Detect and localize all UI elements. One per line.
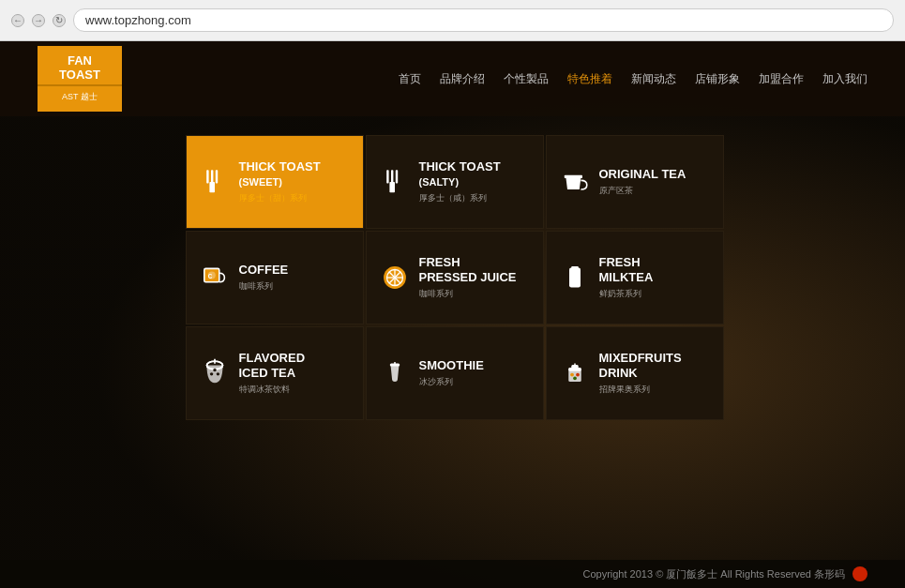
address-bar[interactable]: www.topzhong.com <box>73 8 894 32</box>
cell-content: FLAVOREDICED TEA 特调冰茶饮料 <box>239 351 306 395</box>
weibo-icon[interactable] <box>852 566 867 581</box>
svg-point-36 <box>573 376 577 380</box>
logo-divider <box>38 84 122 86</box>
svg-rect-3 <box>209 182 215 192</box>
coffee-icon: C <box>198 261 232 294</box>
site-header: FANTOAST AST 越士 首页 品牌介绍 个性製品 特色推着 新闻动态 店… <box>0 41 905 116</box>
forward-button[interactable]: → <box>32 14 45 27</box>
cup-icon <box>558 165 592 199</box>
cell-title: THICK TOAST(SWEET) <box>239 159 321 188</box>
logo-text: FANTOAST <box>59 54 100 82</box>
grid-cell-fresh-juice[interactable]: FRESHPRESSED JUICE 咖啡系列 <box>366 231 544 324</box>
svg-point-34 <box>570 373 574 377</box>
svg-point-35 <box>576 373 580 377</box>
cell-title: SMOOTHIE <box>419 358 484 373</box>
cell-subtitle: 特调冰茶饮料 <box>239 384 306 396</box>
smoothie-icon <box>378 356 412 390</box>
cell-title: THICK TOAST(SALTY) <box>419 159 501 188</box>
nav-featured[interactable]: 特色推着 <box>567 71 612 87</box>
site-logo[interactable]: FANTOAST AST 越士 <box>38 46 122 112</box>
cell-content: FRESHMILKTEA 鲜奶茶系列 <box>599 255 654 299</box>
cell-subtitle: 冰沙系列 <box>419 376 484 388</box>
svg-rect-1 <box>211 170 213 183</box>
svg-text:C: C <box>207 273 212 279</box>
svg-rect-7 <box>389 182 395 192</box>
cell-subtitle: 厚多士（甜）系列 <box>239 192 321 204</box>
nav-franchise[interactable]: 加盟合作 <box>759 71 804 87</box>
grid-cell-mixedfruits[interactable]: MIXEDFRUITSDRINK 招牌果奥系列 <box>546 326 724 420</box>
cell-title: FLAVOREDICED TEA <box>239 351 306 380</box>
product-grid: THICK TOAST(SWEET) 厚多士（甜）系列 THICK TOAST(… <box>186 135 720 420</box>
cell-title: FRESHMILKTEA <box>599 255 654 284</box>
grid-cell-fresh-milktea[interactable]: FRESHMILKTEA 鲜奶茶系列 <box>546 231 724 324</box>
grid-cell-thick-toast-salty[interactable]: THICK TOAST(SALTY) 厚多士（咸）系列 <box>366 135 544 229</box>
nav-home[interactable]: 首页 <box>399 71 421 87</box>
grid-cell-thick-toast-sweet[interactable]: THICK TOAST(SWEET) 厚多士（甜）系列 <box>186 135 364 229</box>
svg-rect-0 <box>206 170 208 183</box>
fork-icon <box>198 165 232 199</box>
cell-title: ORIGINAL TEA <box>599 167 686 182</box>
svg-point-25 <box>213 369 216 371</box>
cell-content: ORIGINAL TEA 原产区茶 <box>599 167 686 197</box>
grid-cell-flavored-iced-tea[interactable]: FLAVOREDICED TEA 特调冰茶饮料 <box>186 326 364 420</box>
refresh-button[interactable]: ↻ <box>53 14 66 27</box>
grid-cell-smoothie[interactable]: SMOOTHIE 冰沙系列 <box>366 326 544 420</box>
cell-subtitle: 招牌果奥系列 <box>599 384 682 396</box>
svg-rect-2 <box>215 170 217 183</box>
nav-news[interactable]: 新闻动态 <box>631 71 676 87</box>
icedtea-icon <box>198 356 232 390</box>
cell-subtitle: 厚多士（咸）系列 <box>419 192 501 204</box>
svg-rect-21 <box>571 266 579 269</box>
back-button[interactable]: ← <box>11 14 24 27</box>
logo-sub: AST 越士 <box>62 91 98 103</box>
fruits-icon <box>558 356 592 390</box>
cell-title: FRESHPRESSED JUICE <box>419 255 517 284</box>
orange-icon <box>378 261 412 294</box>
grid-cell-coffee[interactable]: C COFFEE 咖啡系列 <box>186 231 364 324</box>
fork-icon-2 <box>378 165 412 199</box>
site-footer: Copyright 2013 © 厦门飯多士 All Rights Reserv… <box>0 560 905 588</box>
browser-chrome: ← → ↻ www.topzhong.com <box>0 0 905 41</box>
cell-content: MIXEDFRUITSDRINK 招牌果奥系列 <box>599 351 682 395</box>
cell-subtitle: 鲜奶茶系列 <box>599 288 654 300</box>
nav-store[interactable]: 店铺形象 <box>695 71 740 87</box>
svg-rect-6 <box>395 170 397 183</box>
cell-content: THICK TOAST(SWEET) 厚多士（甜）系列 <box>239 159 321 204</box>
cell-content: FRESHPRESSED JUICE 咖啡系列 <box>419 255 517 299</box>
grid-cell-original-tea[interactable]: ORIGINAL TEA 原产区茶 <box>546 135 724 229</box>
cell-title: MIXEDFRUITSDRINK <box>599 351 682 380</box>
cell-content: COFFEE 咖啡系列 <box>239 263 289 293</box>
svg-rect-8 <box>564 175 581 178</box>
site-wrapper: FANTOAST AST 越士 首页 品牌介绍 个性製品 特色推着 新闻动态 店… <box>0 41 905 588</box>
cell-content: SMOOTHIE 冰沙系列 <box>419 358 484 388</box>
svg-rect-4 <box>386 170 388 183</box>
svg-point-26 <box>209 372 212 375</box>
cell-subtitle: 咖啡系列 <box>239 280 289 293</box>
cell-title: COFFEE <box>239 263 289 278</box>
nav-join[interactable]: 加入我们 <box>822 71 867 87</box>
svg-point-27 <box>216 372 219 375</box>
cell-subtitle: 原产区茶 <box>599 185 686 197</box>
milktea-icon <box>558 261 592 294</box>
svg-rect-5 <box>391 170 393 183</box>
nav-brand[interactable]: 品牌介绍 <box>440 71 485 87</box>
main-nav: 首页 品牌介绍 个性製品 特色推着 新闻动态 店铺形象 加盟合作 加入我们 <box>399 71 867 87</box>
cell-content: THICK TOAST(SALTY) 厚多士（咸）系列 <box>419 159 501 204</box>
copyright-text: Copyright 2013 © 厦门飯多士 All Rights Reserv… <box>582 567 845 581</box>
nav-personal[interactable]: 个性製品 <box>504 71 549 87</box>
cell-subtitle: 咖啡系列 <box>419 288 517 300</box>
